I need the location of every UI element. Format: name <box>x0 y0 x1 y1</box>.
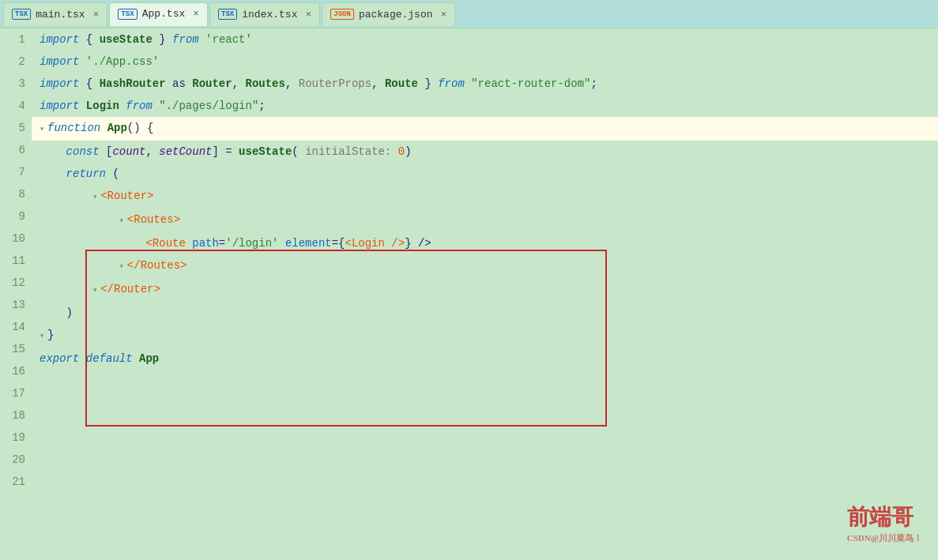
collapse-icon-16[interactable]: ▾ <box>92 280 100 302</box>
code-line-12: ▾<Router> <box>32 185 938 209</box>
ln-2: 2 <box>19 51 25 73</box>
ln-10: 10 <box>12 227 25 250</box>
tab-close-main[interactable]: × <box>93 9 100 21</box>
ln-8: 8 <box>19 183 25 205</box>
ln-14: 14 <box>12 316 25 338</box>
ln-13: 13 <box>12 294 25 316</box>
tsx-icon: TSX <box>12 9 31 20</box>
collapse-icon-8[interactable]: ▾ <box>40 118 47 141</box>
ln-4: 4 <box>19 95 25 117</box>
code-line-8: ▾function App() { <box>32 117 938 141</box>
code-area: 1 2 3 4 5 6 7 8 9 10 11 12 13 14 15 16 1… <box>0 28 938 560</box>
tab-main-tsx[interactable]: TSX main.tsx × <box>3 2 107 26</box>
tab-label-4: package.json <box>359 9 433 21</box>
code-line-9: const [count, setCount] = useState( init… <box>32 141 938 163</box>
tab-close-index[interactable]: × <box>305 9 311 21</box>
ln-7: 7 <box>19 161 25 183</box>
tab-close-pkg[interactable]: × <box>441 9 447 21</box>
ln-15: 15 <box>12 338 25 360</box>
tsx-icon-2: TSX <box>118 9 137 20</box>
code-line-13: ▾<Routes> <box>32 209 938 232</box>
collapse-icon-18[interactable]: ▾ <box>40 325 47 348</box>
ln-11: 11 <box>12 250 25 272</box>
line-numbers: 1 2 3 4 5 6 7 8 9 10 11 12 13 14 15 16 1… <box>0 28 32 560</box>
watermark-sub: CSDN@川川菜鸟！ <box>847 532 922 544</box>
tsx-icon-3: TSX <box>218 9 237 20</box>
code-line-2: import './App.css' <box>32 51 938 73</box>
code-line-11: return ( <box>32 163 938 185</box>
tab-index-tsx[interactable]: TSX index.tsx × <box>209 2 320 26</box>
code-line-18: ▾} <box>32 324 938 348</box>
tab-bar: TSX main.tsx × TSX App.tsx × TSX index.t… <box>0 0 938 28</box>
tab-label-2: App.tsx <box>142 8 186 20</box>
ln-17: 17 <box>12 382 25 404</box>
collapse-icon-12[interactable]: ▾ <box>92 186 100 209</box>
tab-close-app[interactable]: × <box>193 8 199 20</box>
code-content[interactable]: import { useState } from 'react' import … <box>32 28 938 370</box>
ln-16: 16 <box>12 360 25 382</box>
code-wrapper: import { useState } from 'react' import … <box>32 28 938 560</box>
ln-20: 20 <box>12 449 25 471</box>
ln-6: 6 <box>19 139 25 161</box>
code-line-20: export default App <box>32 348 938 370</box>
watermark-text: 前端哥 <box>847 502 922 532</box>
code-line-6: import Login from "./pages/login"; <box>32 95 938 117</box>
ln-19: 19 <box>12 427 25 449</box>
tab-package-json[interactable]: JSON package.json × <box>322 2 455 26</box>
ln-21: 21 <box>12 471 25 493</box>
ln-3: 3 <box>19 73 25 95</box>
code-line-4: import { HashRouter as Router, Routes, R… <box>32 73 938 95</box>
code-line-1: import { useState } from 'react' <box>32 28 938 51</box>
ln-5: 5 <box>19 117 25 139</box>
ln-9: 9 <box>19 205 25 227</box>
collapse-icon-15[interactable]: ▾ <box>119 256 127 278</box>
code-line-14: <Route path='/login' element={<Login />}… <box>32 232 938 254</box>
watermark: 前端哥 CSDN@川川菜鸟！ <box>847 502 922 544</box>
ln-12: 12 <box>12 272 25 294</box>
tab-label: main.tsx <box>36 9 85 21</box>
code-line-16: ▾</Router> <box>32 278 938 302</box>
tab-label-3: index.tsx <box>242 9 297 21</box>
tab-app-tsx[interactable]: TSX App.tsx × <box>109 2 208 26</box>
ln-1: 1 <box>19 28 25 51</box>
json-icon: JSON <box>330 9 354 20</box>
code-line-15: ▾</Routes> <box>32 254 938 278</box>
collapse-icon-13[interactable]: ▾ <box>119 210 127 232</box>
code-line-17: ) <box>32 302 938 324</box>
ln-18: 18 <box>12 404 25 427</box>
